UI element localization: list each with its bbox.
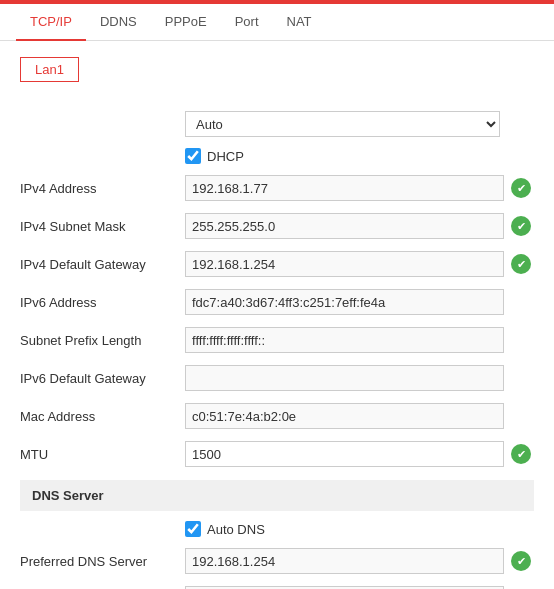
auto-dns-label: Auto DNS: [207, 522, 265, 537]
dns-field-input-0: [185, 548, 504, 574]
auto-dns-row: Auto DNS: [20, 521, 534, 537]
field-input-0: [185, 175, 504, 201]
field-check-icon-7: [508, 444, 534, 464]
field-input-3: [185, 289, 504, 315]
tab-nat[interactable]: NAT: [273, 4, 326, 41]
tab-pppoe[interactable]: PPPoE: [151, 4, 221, 41]
tab-ddns[interactable]: DDNS: [86, 4, 151, 41]
field-input-6: [185, 403, 504, 429]
field-row-3: IPv6 Address: [20, 288, 534, 316]
field-label-5: IPv6 Default Gateway: [20, 371, 185, 386]
field-row-1: IPv4 Subnet Mask: [20, 212, 534, 240]
field-row-7: MTU: [20, 440, 534, 468]
field-label-0: IPv4 Address: [20, 181, 185, 196]
field-check-icon-0: [508, 178, 534, 198]
field-input-4: [185, 327, 504, 353]
field-label-7: MTU: [20, 447, 185, 462]
dns-field-check-icon-0: [508, 551, 534, 571]
field-label-2: IPv4 Default Gateway: [20, 257, 185, 272]
main-content: Lan1 Auto DHCP IPv4 AddressIPv4 Subnet M…: [0, 41, 554, 589]
dns-section-header: DNS Server: [20, 480, 534, 511]
field-check-icon-1: [508, 216, 534, 236]
tab-navigation: TCP/IPDDNSPPPoEPortNAT: [0, 4, 554, 41]
auto-dns-checkbox[interactable]: [185, 521, 201, 537]
tab-tcp/ip[interactable]: TCP/IP: [16, 4, 86, 41]
dns-field-row-1: Alternate DNS Server: [20, 585, 534, 589]
field-label-3: IPv6 Address: [20, 295, 185, 310]
field-row-4: Subnet Prefix Length: [20, 326, 534, 354]
dns-fields-container: Preferred DNS ServerAlternate DNS Server: [20, 547, 534, 589]
field-input-1: [185, 213, 504, 239]
dhcp-checkbox[interactable]: [185, 148, 201, 164]
field-input-7[interactable]: [185, 441, 504, 467]
dns-field-label-0: Preferred DNS Server: [20, 554, 185, 569]
dhcp-row: DHCP: [20, 148, 534, 164]
field-input-5: [185, 365, 504, 391]
field-row-6: Mac Address: [20, 402, 534, 430]
nic-type-select[interactable]: Auto: [185, 111, 500, 137]
field-input-2: [185, 251, 504, 277]
field-label-6: Mac Address: [20, 409, 185, 424]
field-row-0: IPv4 Address: [20, 174, 534, 202]
field-label-1: IPv4 Subnet Mask: [20, 219, 185, 234]
field-row-5: IPv6 Default Gateway: [20, 364, 534, 392]
dns-field-row-0: Preferred DNS Server: [20, 547, 534, 575]
dhcp-label: DHCP: [207, 149, 244, 164]
nic-type-row: Auto: [20, 110, 534, 138]
tab-port[interactable]: Port: [221, 4, 273, 41]
fields-container: IPv4 AddressIPv4 Subnet MaskIPv4 Default…: [20, 174, 534, 468]
field-row-2: IPv4 Default Gateway: [20, 250, 534, 278]
lan-button[interactable]: Lan1: [20, 57, 79, 82]
field-label-4: Subnet Prefix Length: [20, 333, 185, 348]
field-check-icon-2: [508, 254, 534, 274]
